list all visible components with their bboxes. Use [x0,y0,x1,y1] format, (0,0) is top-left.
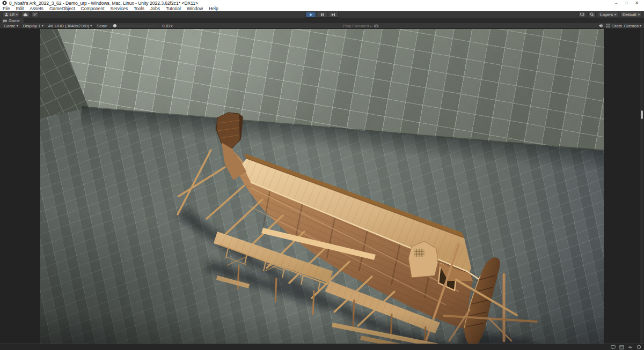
stats-button[interactable]: Stats [612,24,622,28]
display-label: Display 1 [23,24,41,28]
scale-control: Scale 0.87x [94,23,175,28]
layout-label: Default [623,12,636,17]
account-label: LE [10,12,15,17]
view-mode-dropdown[interactable]: Game ▾ [2,23,21,28]
display-dropdown[interactable]: Display 1 ▾ [21,23,46,28]
title-bar: 8_Noah's Ark_2022_3_62 - Demo_urp - Wind… [0,0,644,6]
status-bar [0,344,644,350]
viewport-scrollbar[interactable] [640,29,643,344]
account-icon [4,12,9,17]
search-icon [590,12,594,17]
window-title: 8_Noah's Ark_2022_3_62 - Demo_urp - Wind… [9,1,198,6]
game-view-toolbar: Game ▾ Display 1 ▾ 4K UHD (3840x2160) ▾ … [0,23,644,29]
capture-camera-icon[interactable] [374,24,378,28]
layers-dropdown[interactable]: Layers ▾ [598,12,618,17]
menu-item-window[interactable]: Window [187,6,203,11]
play-button[interactable] [305,12,316,18]
menu-item-file[interactable]: File [3,6,10,11]
history-icon [580,12,584,17]
chevron-down-icon: ▾ [640,24,641,27]
minimize-button[interactable]: – [615,1,617,6]
gizmos-dropdown[interactable]: Gizmos ▾ [624,24,641,28]
search-button[interactable] [588,12,596,17]
activity-icon[interactable] [628,345,633,349]
game-viewport[interactable] [0,29,644,344]
menu-item-edit[interactable]: Edit [16,6,24,11]
chevron-down-icon: ▾ [17,24,18,27]
view-mode-label: Game [4,24,16,28]
chevron-down-icon: ▾ [638,13,640,16]
play-focused-label: Play Focused [343,24,369,28]
tab-strip: Game [0,18,644,23]
menu-item-help[interactable]: Help [209,6,218,11]
layout-dropdown[interactable]: Default ▾ [620,12,642,17]
tab-game-label: Game [9,18,19,23]
cloud-icon [23,13,28,17]
menu-item-component[interactable]: Component [81,6,105,11]
unity-logo-icon [2,1,7,5]
scale-value: 0.87x [162,24,173,28]
ark-model [40,29,604,344]
close-button[interactable]: ✕ [635,1,639,6]
menu-item-tutorial[interactable]: Tutorial [166,6,181,11]
game-render-area[interactable] [40,29,604,344]
menu-item-jobs[interactable]: Jobs [150,6,160,11]
mute-audio-icon[interactable] [599,24,604,28]
viewport-scrollbar-thumb[interactable] [641,110,643,119]
cloud-services-button[interactable] [21,12,30,17]
tab-game[interactable]: Game [1,18,24,23]
message-icon[interactable] [611,345,616,349]
play-focused-dropdown[interactable]: Play Focused ▾ [343,24,372,28]
undo-history-button[interactable] [579,12,586,17]
main-toolbar: LE ▾ [0,11,644,18]
sync-progress-icon[interactable] [636,345,641,349]
chevron-down-icon: ▾ [90,24,92,27]
layers-label: Layers [600,12,613,17]
unity-editor-window: 8_Noah's Ark_2022_3_62 - Demo_urp - Wind… [0,0,644,350]
menu-item-gameobject[interactable]: GameObject [49,6,75,11]
package-icon[interactable] [619,345,624,349]
scale-slider[interactable] [110,26,159,26]
chevron-down-icon: ▾ [370,25,371,28]
menu-item-tools[interactable]: Tools [134,6,144,11]
chevron-down-icon: ▾ [42,24,43,27]
account-dropdown[interactable]: LE ▾ [2,12,20,17]
scale-label: Scale [97,24,107,28]
step-button[interactable] [328,12,339,18]
gamepad-icon [3,19,7,23]
menu-bar: File Edit Assets GameObject Component Se… [0,6,644,11]
version-control-icon [33,12,37,17]
resolution-label: 4K UHD (3840x2160) [48,24,89,28]
resolution-dropdown[interactable]: 4K UHD (3840x2160) ▾ [46,23,95,28]
maximize-button[interactable]: □ [625,1,627,6]
menu-item-assets[interactable]: Assets [30,6,43,11]
chevron-down-icon: ▾ [614,13,616,16]
scale-slider-thumb[interactable] [113,24,116,27]
pause-button[interactable] [317,12,327,18]
gizmos-label: Gizmos [624,24,639,28]
vsync-icon[interactable] [606,24,610,28]
chevron-down-icon: ▾ [16,13,18,16]
version-control-button[interactable] [31,12,39,17]
menu-item-services[interactable]: Services [111,6,128,11]
